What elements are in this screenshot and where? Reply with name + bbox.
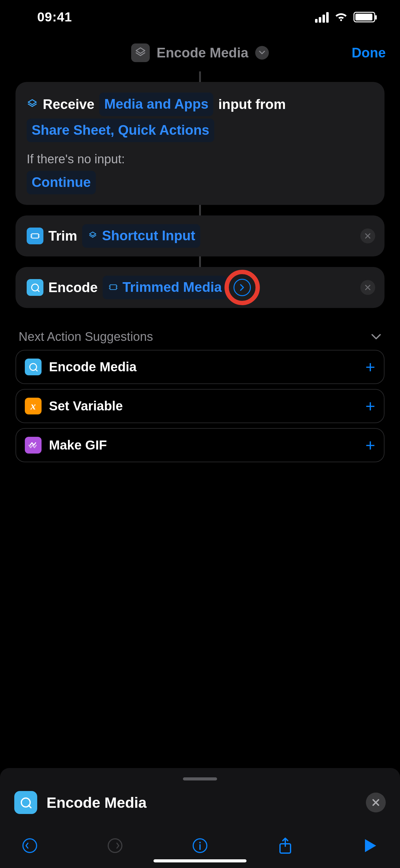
no-input-action-token[interactable]: Continue bbox=[27, 171, 96, 194]
suggestion-encode-media[interactable]: Encode Media + bbox=[15, 350, 385, 384]
quicktime-icon bbox=[14, 791, 37, 814]
input-types-token[interactable]: Media and Apps bbox=[99, 93, 213, 116]
no-input-label: If there's no input: bbox=[27, 150, 373, 168]
shortcut-title: Encode Media bbox=[157, 45, 248, 61]
search-result-label: Encode Media bbox=[46, 794, 147, 811]
suggestion-label: Set Variable bbox=[49, 399, 123, 413]
done-button[interactable]: Done bbox=[352, 45, 386, 61]
action-trim[interactable]: Trim Shortcut Input bbox=[15, 215, 385, 256]
editor-toolbar bbox=[14, 827, 386, 856]
chevron-down-icon bbox=[371, 333, 381, 340]
svg-rect-2 bbox=[110, 285, 116, 289]
flow-connector bbox=[199, 71, 201, 82]
suggestion-set-variable[interactable]: x Set Variable + bbox=[15, 389, 385, 423]
run-button[interactable] bbox=[360, 836, 380, 856]
trim-icon bbox=[27, 227, 43, 244]
shortcut-input-icon bbox=[27, 99, 38, 110]
battery-icon bbox=[354, 12, 375, 22]
home-indicator[interactable] bbox=[154, 859, 246, 862]
media-var-icon bbox=[108, 282, 119, 293]
suggestions-header[interactable]: Next Action Suggestions bbox=[19, 330, 381, 344]
show-more-button[interactable] bbox=[233, 279, 251, 296]
flow-connector bbox=[199, 205, 201, 215]
encode-variable-token[interactable]: Trimmed Media bbox=[103, 276, 227, 299]
input-sources-token[interactable]: Share Sheet, Quick Actions bbox=[27, 119, 214, 142]
svg-point-8 bbox=[199, 842, 201, 843]
svg-point-5 bbox=[23, 839, 37, 852]
encode-title: Encode bbox=[48, 277, 98, 298]
quicktime-icon bbox=[27, 279, 43, 296]
delete-trim-button[interactable] bbox=[360, 228, 375, 243]
status-indicators bbox=[315, 11, 375, 23]
redo-button bbox=[105, 836, 125, 856]
share-button[interactable] bbox=[275, 836, 295, 856]
suggestions-title: Next Action Suggestions bbox=[19, 330, 153, 344]
shortcut-icon bbox=[131, 43, 150, 62]
add-suggestion-button[interactable]: + bbox=[365, 357, 375, 377]
action-search-sheet[interactable]: Encode Media bbox=[0, 768, 400, 868]
suggestion-label: Encode Media bbox=[49, 360, 136, 374]
encode-variable-label: Trimmed Media bbox=[123, 277, 222, 298]
variable-icon: x bbox=[25, 398, 41, 414]
add-suggestion-button[interactable]: + bbox=[365, 436, 375, 455]
suggestion-label: Make GIF bbox=[49, 438, 107, 453]
quicktime-icon bbox=[25, 359, 41, 375]
clear-search-button[interactable] bbox=[366, 793, 386, 812]
flow-connector bbox=[199, 256, 201, 267]
status-bar: 09:41 bbox=[0, 0, 400, 34]
delete-encode-button[interactable] bbox=[360, 280, 375, 295]
shortcut-input-card[interactable]: Receive Media and Apps input from Share … bbox=[15, 82, 385, 205]
suggestion-make-gif[interactable]: Make GIF + bbox=[15, 428, 385, 462]
trim-title: Trim bbox=[48, 226, 77, 246]
shortcut-input-var-icon bbox=[87, 230, 98, 241]
input-from-label: input from bbox=[218, 94, 286, 115]
receive-label: Receive bbox=[43, 94, 94, 115]
trim-variable-token[interactable]: Shortcut Input bbox=[82, 224, 200, 248]
chevron-down-icon bbox=[255, 46, 269, 60]
wifi-icon bbox=[334, 12, 348, 22]
gif-icon bbox=[25, 437, 41, 454]
status-time: 09:41 bbox=[25, 10, 72, 25]
info-button[interactable] bbox=[190, 836, 210, 856]
action-encode[interactable]: Encode Trimmed Media bbox=[15, 267, 385, 308]
trim-variable-label: Shortcut Input bbox=[102, 225, 195, 246]
add-suggestion-button[interactable]: + bbox=[365, 397, 375, 416]
svg-point-6 bbox=[108, 839, 122, 852]
undo-button[interactable] bbox=[20, 836, 40, 856]
cellular-icon bbox=[315, 11, 329, 23]
nav-bar: Encode Media Done bbox=[0, 34, 400, 71]
sheet-grabber[interactable] bbox=[183, 777, 217, 780]
shortcut-title-button[interactable]: Encode Media bbox=[131, 43, 269, 62]
svg-rect-0 bbox=[32, 234, 38, 238]
